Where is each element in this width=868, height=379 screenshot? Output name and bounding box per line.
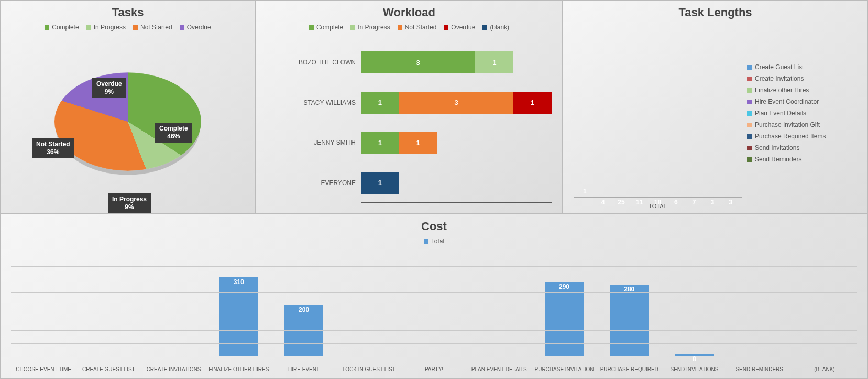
legend-item: Overdue — [180, 24, 211, 31]
legend-item: Purchase Required Items — [747, 133, 862, 140]
legend-item: Create Guest List — [747, 63, 862, 71]
legend-label: Create Guest List — [755, 63, 804, 71]
cost-panel: Cost Total 3102002902808 CHOOSE EVENT TI… — [0, 214, 868, 379]
workload-segment: 1 — [361, 132, 399, 154]
tasklengths-legend: Create Guest ListCreate InvitationsFinal… — [747, 63, 862, 167]
workload-segment: 1 — [361, 172, 399, 194]
legend-swatch — [747, 65, 752, 70]
workload-track: 11 — [361, 132, 552, 154]
cost-bar: 280 — [610, 285, 649, 356]
tasklength-value: 1 — [577, 188, 593, 195]
tasks-pie-wrap: Complete46%In Progress9%Not Started36%Ov… — [1, 31, 255, 199]
cost-gridline — [11, 356, 857, 356]
cost-gridline — [11, 292, 857, 293]
workload-category-label: BOZO THE CLOWN — [272, 59, 361, 66]
legend-label: Finalize other Hires — [755, 86, 809, 94]
legend-label: Send Reminders — [755, 156, 801, 163]
legend-item: Purchase Invitation Gift — [747, 121, 862, 128]
legend-swatch — [747, 111, 752, 116]
workload-legend: CompleteIn ProgressNot StartedOverdue(bl… — [256, 24, 562, 31]
legend-label: Create Invitations — [755, 75, 804, 82]
cost-title: Cost — [1, 220, 867, 233]
tasks-panel: Tasks CompleteIn ProgressNot StartedOver… — [0, 0, 256, 214]
legend-swatch — [45, 25, 49, 30]
legend-swatch — [747, 88, 752, 93]
legend-label: Total — [431, 237, 444, 245]
cost-category-label: LOCK IN GUEST LIST — [336, 366, 401, 372]
legend-swatch — [398, 25, 402, 30]
legend-label: Plan Event Details — [755, 110, 806, 117]
pie-slice-label: Complete46% — [155, 123, 192, 143]
legend-swatch — [747, 134, 752, 139]
workload-segment: 1 — [513, 92, 552, 114]
legend-item: Overdue — [444, 24, 475, 31]
legend-label: Complete — [316, 24, 343, 31]
cost-gridline — [11, 266, 857, 267]
legend-label: In Progress — [94, 24, 126, 31]
workload-title: Workload — [256, 6, 562, 19]
cost-gridline — [11, 318, 857, 318]
cost-category-label: PURCHASE INVITATION — [532, 366, 597, 372]
workload-track: 31 — [361, 51, 552, 73]
pie-slice-label: In Progress9% — [108, 193, 151, 213]
legend-item: Send Invitations — [747, 144, 862, 151]
workload-row: STACY WILLIAMS131 — [272, 83, 552, 123]
legend-label: (blank) — [490, 24, 509, 31]
cost-category-label: FINALIZE OTHER HIRES — [206, 366, 271, 372]
legend-swatch — [86, 25, 91, 30]
legend-item: Complete — [309, 24, 343, 31]
tasks-legend: CompleteIn ProgressNot StartedOverdue — [1, 24, 255, 31]
workload-category-label: EVERYONE — [272, 179, 361, 187]
legend-item: Not Started — [133, 24, 172, 31]
legend-item: Not Started — [398, 24, 437, 31]
legend-label: Not Started — [140, 24, 172, 31]
legend-swatch — [180, 25, 184, 30]
workload-row: EVERYONE1 — [272, 163, 552, 203]
legend-swatch — [747, 77, 752, 81]
workload-segment: 1 — [399, 132, 437, 154]
pie-slice-label: Overdue9% — [92, 78, 126, 98]
workload-category-label: STACY WILLIAMS — [272, 99, 361, 106]
legend-swatch — [133, 25, 138, 30]
tasks-pie — [54, 72, 201, 170]
legend-swatch — [482, 25, 487, 30]
legend-label: Overdue — [187, 24, 211, 31]
legend-swatch — [747, 100, 752, 104]
legend-label: Complete — [52, 24, 79, 31]
cost-category-label: PLAN EVENT DETAILS — [467, 366, 532, 372]
cost-bar: 290 — [545, 282, 584, 356]
cost-bar: 310 — [219, 277, 259, 356]
cost-category-label: HIRE EVENT — [271, 366, 336, 372]
pie-slice-label: Not Started36% — [32, 138, 74, 158]
workload-segment: 1 — [361, 92, 399, 114]
cost-category-label: CREATE INVITATIONS — [141, 366, 206, 372]
tasklengths-title: Task Lengths — [563, 6, 867, 19]
cost-category-label: CREATE GUEST LIST — [76, 366, 141, 372]
legend-item: (blank) — [482, 24, 509, 31]
tasklengths-xlabel: TOTAL — [574, 203, 742, 209]
workload-track: 131 — [361, 92, 552, 114]
legend-item: Hire Event Coordinator — [747, 98, 862, 105]
legend-swatch — [424, 239, 428, 244]
cost-legend: Total — [1, 237, 867, 245]
legend-item: Complete — [45, 24, 79, 31]
cost-value: 290 — [545, 283, 584, 290]
workload-bars: BOZO THE CLOWN31STACY WILLIAMS131JENNY S… — [272, 42, 552, 203]
legend-label: In Progress — [358, 24, 390, 31]
tasklengths-bars: 142511186733 — [574, 48, 742, 198]
cost-value: 8 — [675, 355, 714, 363]
cost-gridline — [11, 305, 857, 305]
cost-category-label: SEND REMINDERS — [727, 366, 792, 372]
workload-track: 1 — [361, 172, 552, 194]
cost-category-label: (BLANK) — [792, 366, 857, 372]
dashboard: Tasks CompleteIn ProgressNot StartedOver… — [0, 0, 868, 379]
cost-gridline — [11, 279, 857, 279]
cost-category-label: PARTY! — [401, 366, 466, 372]
workload-panel: Workload CompleteIn ProgressNot StartedO… — [256, 0, 563, 214]
legend-label: Purchase Required Items — [755, 133, 826, 140]
workload-category-label: JENNY SMITH — [272, 139, 361, 146]
workload-segment: 3 — [399, 92, 513, 114]
workload-segment: 3 — [361, 51, 475, 73]
legend-label: Send Invitations — [755, 144, 799, 151]
tasks-title: Tasks — [1, 6, 255, 19]
